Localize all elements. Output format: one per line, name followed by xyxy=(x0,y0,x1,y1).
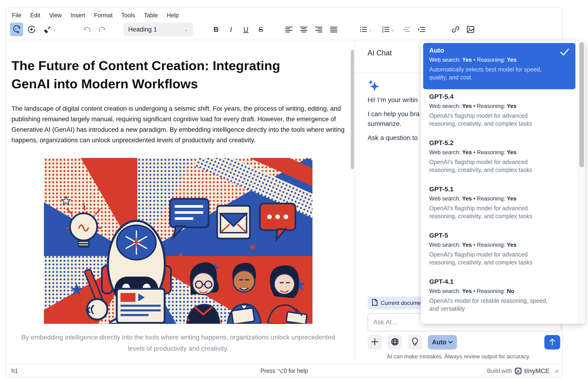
screen: File Edit View Insert Format Tools Table… xyxy=(0,0,588,378)
chevron-down-icon: ⌄ xyxy=(184,27,188,32)
align-right-button[interactable] xyxy=(312,23,325,36)
menu-format[interactable]: Format xyxy=(94,12,113,19)
ai-disclaimer: AI can make mistakes. Always review outp… xyxy=(355,353,562,360)
check-icon xyxy=(560,48,569,57)
model-option-gpt-5-4[interactable]: GPT-5.4 Web search: Yes • Reasoning: Yes… xyxy=(423,89,575,135)
insert-image-button[interactable] xyxy=(464,23,477,36)
ai-shortcuts-icon xyxy=(27,25,36,34)
model-capabilities: Web search: Yes • Reasoning: Yes xyxy=(429,149,569,156)
suggestions-button[interactable] xyxy=(408,335,422,350)
model-option-gpt-5[interactable]: GPT-5 Web search: Yes • Reasoning: Yes O… xyxy=(423,228,575,274)
menu-tools[interactable]: Tools xyxy=(121,12,135,19)
model-option-gpt-5-2[interactable]: GPT-5.2 Web search: Yes • Reasoning: Yes… xyxy=(423,135,575,182)
web-search-button[interactable] xyxy=(388,335,402,350)
model-name: GPT-5.1 xyxy=(429,186,569,193)
sparkles-icon xyxy=(368,80,381,94)
model-selector-label: Auto xyxy=(432,339,446,346)
lightbulb-icon xyxy=(411,337,419,347)
editor-content-area[interactable]: The Future of Content Creation: Integrat… xyxy=(6,40,350,364)
outdent-button[interactable] xyxy=(400,23,413,36)
model-name: GPT-5 xyxy=(429,232,569,239)
model-description: OpenAI's flagship model for advanced rea… xyxy=(429,204,556,220)
align-left-icon xyxy=(284,25,294,34)
align-justify-button[interactable] xyxy=(327,23,340,36)
redo-button[interactable] xyxy=(95,23,109,36)
document-icon xyxy=(372,299,378,307)
editor-scrollbar-thumb[interactable] xyxy=(351,50,354,169)
ai-chat-toolbar-button[interactable] xyxy=(10,23,23,36)
document-figure: By embedding intelligence directly into … xyxy=(12,158,345,354)
laptop-motif xyxy=(106,289,175,324)
globe-icon xyxy=(391,338,399,347)
model-capabilities: Web search: Yes • Reasoning: Yes xyxy=(429,242,569,248)
chevron-down-icon: ⌄ xyxy=(53,27,57,32)
attach-button[interactable] xyxy=(367,335,382,350)
numbered-list-button[interactable]: 123 ⌄ xyxy=(378,23,398,36)
strikethrough-button[interactable]: S xyxy=(254,23,267,36)
model-description: OpenAI's model for reliable reasoning, s… xyxy=(429,297,556,312)
model-selector-button[interactable]: Auto xyxy=(428,335,457,350)
chat-greeting-line-1: Hi! I’m your writin xyxy=(367,96,418,104)
bullet-list-icon xyxy=(359,25,368,34)
send-button[interactable] xyxy=(544,335,560,350)
model-option-auto[interactable]: Auto Web search: Yes • Reasoning: Yes Au… xyxy=(423,43,575,89)
brand-prefix: Build with xyxy=(487,367,512,374)
help-shortcut-text: Press ⌥0 for help xyxy=(6,367,562,374)
model-name: GPT-5.4 xyxy=(429,93,569,100)
outdent-icon xyxy=(402,25,411,34)
document-illustration[interactable] xyxy=(44,158,313,324)
undo-button[interactable] xyxy=(80,23,94,36)
menu-insert[interactable]: Insert xyxy=(70,12,85,19)
undo-icon xyxy=(82,25,92,34)
svg-text:3: 3 xyxy=(382,30,383,33)
block-format-select[interactable]: Heading 1 ⌄ xyxy=(124,23,193,36)
chevron-down-icon: ⌄ xyxy=(391,27,395,32)
align-right-icon xyxy=(314,25,323,34)
model-description: OpenAI's flagship model for advanced rea… xyxy=(429,250,556,266)
model-option-gpt-5-1[interactable]: GPT-5.1 Web search: Yes • Reasoning: Yes… xyxy=(423,182,575,228)
bold-glyph: B xyxy=(213,26,219,33)
brand-link[interactable]: tinyMCE xyxy=(524,367,550,375)
toolbar: ⌄ Heading 1 ⌄ B I xyxy=(6,21,562,38)
magic-wand-icon xyxy=(43,25,52,34)
underline-button[interactable]: U xyxy=(239,23,252,36)
align-justify-icon xyxy=(329,25,338,34)
chat-panel-title: AI Chat xyxy=(367,49,392,57)
model-capabilities: Web search: Yes • Reasoning: Yes xyxy=(429,56,569,63)
italic-button[interactable]: I xyxy=(224,23,237,36)
chevron-down-icon: ⌄ xyxy=(368,27,372,32)
link-icon xyxy=(451,25,460,34)
model-description: OpenAI's flagship model for advanced rea… xyxy=(429,112,556,128)
link-button[interactable] xyxy=(449,23,462,36)
menu-bar: File Edit View Insert Format Tools Table… xyxy=(6,10,562,21)
model-dropdown-list: Auto Web search: Yes • Reasoning: Yes Au… xyxy=(421,41,578,324)
model-dropdown-scrollbar-thumb[interactable] xyxy=(579,42,584,167)
chat-greeting-line-4: Ask a question to xyxy=(367,134,418,142)
resize-handle-icon[interactable] xyxy=(553,367,558,374)
indent-button[interactable] xyxy=(415,23,428,36)
menu-table[interactable]: Table xyxy=(144,12,158,19)
align-left-button[interactable] xyxy=(282,23,295,36)
italic-glyph: I xyxy=(230,26,232,33)
model-dropdown-scrollbar[interactable] xyxy=(578,41,585,324)
bold-button[interactable]: B xyxy=(209,23,222,36)
menu-edit[interactable]: Edit xyxy=(30,12,40,19)
indent-icon xyxy=(417,25,426,34)
strikethrough-glyph: S xyxy=(259,26,263,33)
menu-file[interactable]: File xyxy=(12,12,21,19)
model-option-gpt-4-1[interactable]: GPT-4.1 Web search: Yes • Reasoning: No … xyxy=(423,274,575,321)
ai-tools-dropdown-button[interactable]: ⌄ xyxy=(40,23,60,36)
arrow-up-icon xyxy=(549,338,556,347)
menu-help[interactable]: Help xyxy=(167,12,179,19)
menu-view[interactable]: View xyxy=(49,12,62,19)
bullet-list-button[interactable]: ⌄ xyxy=(355,23,376,36)
align-center-button[interactable] xyxy=(297,23,310,36)
ai-shortcuts-button[interactable] xyxy=(25,23,38,36)
align-center-icon xyxy=(299,25,309,34)
current-document-chip[interactable]: Current document xyxy=(367,297,430,309)
redo-icon xyxy=(97,25,107,34)
chevron-down-icon xyxy=(448,341,453,344)
document-title: The Future of Content Creation: Integrat… xyxy=(12,56,322,93)
current-document-chip-label: Current document xyxy=(381,300,425,306)
model-description: OpenAI's flagship model for advanced rea… xyxy=(429,158,556,174)
